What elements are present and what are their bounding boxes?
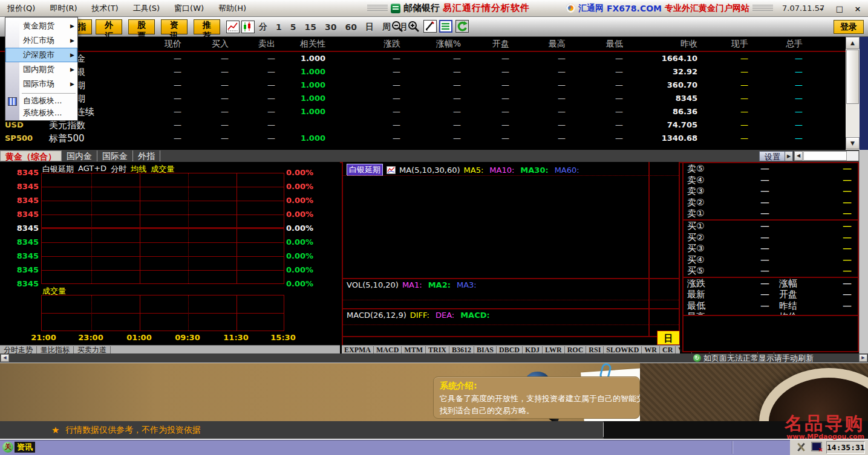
intraday-tab[interactable]: 量比指标	[37, 346, 74, 354]
ad-banner[interactable]: 感谢您的使用 ↻ 刷新 系统介绍: 它具备了高度的开放性，支持投资者建立属于自己…	[0, 363, 868, 421]
volume-plot-area[interactable]	[41, 295, 284, 331]
menu-item[interactable]: 窗口(W)	[167, 1, 211, 16]
zoom-out-icon[interactable]	[391, 20, 404, 33]
indicator-tab[interactable]: BIAS	[474, 346, 497, 354]
daily-period-button[interactable]: 日线	[657, 331, 680, 345]
settings-arrow-icon[interactable]: ▶	[785, 151, 793, 161]
news-label[interactable]: 资讯	[15, 442, 35, 453]
sell-row: 卖④ — —	[684, 175, 858, 186]
pane-divider	[343, 308, 679, 309]
cell-prev-close: 1340.68	[629, 132, 703, 145]
sector-tab[interactable]: 外指	[133, 150, 160, 161]
intraday-tab[interactable]: 分时走势	[0, 346, 37, 354]
refresh-icon[interactable]	[455, 20, 469, 33]
scroll-right-icon[interactable]: ▶	[859, 354, 867, 362]
dropdown-menu-item[interactable]: 外汇市场 ▶	[5, 33, 77, 48]
indicator-tab[interactable]: MTM	[402, 346, 426, 354]
period-option[interactable]: 分	[259, 22, 267, 33]
buy-price: —	[739, 243, 769, 254]
indicator-tab[interactable]: MACD	[374, 346, 402, 354]
toolbar-button-stocks[interactable]: 股票	[128, 19, 155, 34]
disclaimer-right-fill	[604, 421, 868, 439]
connection-status-icon[interactable]	[811, 442, 822, 451]
scroll-down-icon[interactable]: ▼	[846, 137, 860, 149]
minimize-button[interactable]: –	[817, 4, 826, 13]
indicator-tab[interactable]: B3612	[449, 346, 474, 354]
maximize-button[interactable]: □	[835, 4, 844, 13]
sector-tab[interactable]: 国际金	[97, 150, 133, 161]
login-button[interactable]: 登录	[834, 20, 864, 34]
indicator-tab[interactable]: LWR	[543, 346, 565, 354]
cell-change: —	[331, 65, 406, 79]
period-option[interactable]: 1	[276, 22, 282, 32]
scroll-up-icon[interactable]: ▲	[846, 37, 860, 49]
dropdown-menu-item[interactable]: 自选板块...	[5, 95, 77, 107]
intraday-tab[interactable]: 买卖力道	[74, 346, 111, 354]
intraday-chart-panel[interactable]: 白银延期 AGT+D 分时 均线 成交量 8345 0.00% 8345	[0, 162, 340, 345]
toolbar-button-recommend[interactable]: 推荐	[194, 19, 220, 34]
table-row[interactable]: 美原油连续 — — — 1.000 — — — — — 86.36 — —	[0, 105, 846, 118]
line-chart-icon[interactable]	[226, 21, 240, 33]
menu-item[interactable]: 即时(R)	[42, 1, 84, 16]
period-option[interactable]: 5	[290, 22, 296, 32]
scrollbar-thumb[interactable]	[846, 50, 859, 104]
kline-chart-panel[interactable]: 白银延期 MA(5,10,30,60) MA5:MA10:MA30:MA60: …	[342, 162, 680, 345]
table-row[interactable]: 现货白银 — — — 1.000 — — — — — 32.92 — —	[0, 65, 846, 79]
scroll-left-icon[interactable]: ◀	[794, 151, 803, 161]
dropdown-menu-item[interactable]: 系统板块...	[5, 107, 77, 119]
sector-tab[interactable]: 黄金（综合）	[0, 150, 62, 161]
tools-icon[interactable]	[795, 442, 806, 452]
period-option[interactable]: 周	[382, 22, 391, 33]
table-scrollbar[interactable]: ▲ ▼	[846, 37, 860, 150]
indicator-tab[interactable]: KDJ	[523, 346, 543, 354]
sector-scrollbar[interactable]: ◀ ▶	[794, 151, 867, 161]
indicator-tab[interactable]: EXPMA	[342, 346, 374, 354]
time-tick: 21:00	[29, 333, 58, 342]
table-row[interactable]: 白银延期 — — — 1.000 — — — — — 8345 — —	[0, 92, 846, 105]
indicator-tab[interactable]: CR	[660, 346, 676, 354]
ma-legend-item: MA60:	[555, 166, 579, 175]
indicator-tab[interactable]: ROC	[565, 346, 587, 354]
table-row[interactable]: 黄金延期 — — — 1.000 — — — — — 360.70 — —	[0, 79, 846, 92]
right-scroll-strip[interactable]	[859, 150, 868, 353]
candlestick-chart-icon[interactable]	[241, 21, 255, 33]
dropdown-menu-item[interactable]: 国际市场 ▶	[5, 77, 77, 91]
toolbar-button-forex[interactable]: 外汇	[96, 19, 122, 34]
cell-open: —	[467, 118, 515, 132]
dropdown-menu-item[interactable]: 国内期货 ▶	[5, 62, 77, 77]
table-row[interactable]: 现货黄金 — — — 1.000 — — — — — 1664.10 — —	[0, 52, 846, 65]
percent-tick: 0.00%	[286, 252, 313, 260]
dropdown-menu-item[interactable]: 沪深股市 ▶	[5, 48, 77, 62]
dropdown-menu-item[interactable]: 黄金期货 ▶	[5, 19, 77, 33]
menu-item[interactable]: 工具(S)	[126, 1, 167, 16]
close-button[interactable]: ×	[853, 4, 862, 13]
scroll-left-icon[interactable]: ◀	[1, 354, 9, 362]
refresh-green-icon[interactable]: ↻	[693, 354, 701, 362]
period-option[interactable]: 日	[365, 22, 374, 33]
sector-tab[interactable]: 国内金	[62, 150, 97, 161]
menu-item[interactable]: 报价(Q)	[0, 1, 42, 16]
period-option[interactable]: 60	[345, 22, 356, 32]
indicator-tab[interactable]: DBCD	[497, 346, 523, 354]
period-selector: 分15153060日周月	[259, 17, 408, 37]
intraday-tab-bar: 分时走势量比指标买卖力道	[0, 345, 340, 354]
period-option[interactable]: 15	[305, 22, 316, 32]
indicator-tab[interactable]: RSI	[586, 346, 604, 354]
menu-item[interactable]: 帮助(H)	[211, 1, 253, 16]
table-row[interactable]: SP500 标普500 — — — 1.000 — — — — — 1340.6…	[0, 132, 846, 145]
menu-item[interactable]: 技术(T)	[85, 1, 126, 16]
toolbar-button-news[interactable]: 资讯	[161, 19, 188, 34]
cell-total-vol: —	[754, 79, 809, 92]
indicator-tab[interactable]: TRIX	[426, 346, 449, 354]
news-toggle-icon[interactable]: 关	[2, 442, 13, 453]
draw-pencil-icon[interactable]	[423, 20, 437, 33]
list-view-icon[interactable]	[439, 20, 452, 33]
zoom-in-icon[interactable]	[407, 20, 420, 33]
table-row[interactable]: USD 美元指数 — — — — — — — — 74.705 — —	[0, 118, 846, 132]
indicator-tab[interactable]: SLOWKD	[604, 346, 642, 354]
sector-scroll-thumb[interactable]	[803, 151, 847, 161]
indicator-tab[interactable]: WR	[642, 346, 660, 354]
period-option[interactable]: 30	[325, 22, 336, 32]
cell-total-vol: —	[754, 118, 809, 132]
settings-button[interactable]: 设置	[759, 151, 786, 161]
